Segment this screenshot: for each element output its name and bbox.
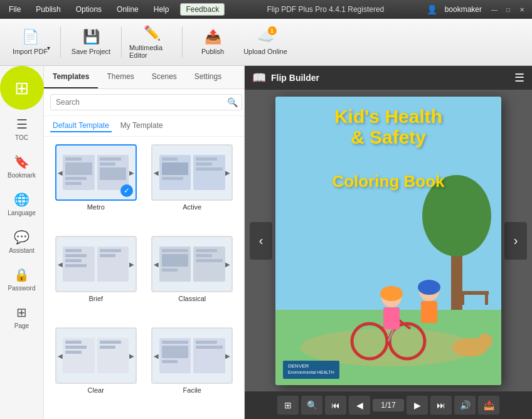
template-mock-active bbox=[157, 152, 228, 193]
template-card-brief[interactable]: ◀ ▶ Brief bbox=[51, 236, 141, 320]
language-label: Language bbox=[8, 210, 36, 216]
toolbar-separator bbox=[60, 26, 61, 58]
multimedia-editor-label: Multimedia Editor bbox=[129, 44, 174, 59]
sidebar-item-password[interactable]: 🔒 Password bbox=[0, 260, 44, 298]
template-name-classical: Classical bbox=[178, 295, 206, 302]
template-name-clear: Clear bbox=[88, 386, 104, 394]
template-mock-metro bbox=[60, 152, 131, 193]
nav-right-icon: ▶ bbox=[129, 169, 134, 176]
tab-settings[interactable]: Settings bbox=[186, 66, 230, 88]
last-page-button[interactable]: ⏭ bbox=[430, 396, 452, 415]
preview-header: 📖 Flip Builder ☰ bbox=[245, 66, 532, 90]
svg-point-11 bbox=[390, 324, 425, 359]
search-input[interactable] bbox=[50, 94, 242, 110]
template-name-active: Active bbox=[183, 203, 201, 211]
template-mock-clear bbox=[60, 336, 131, 376]
sidebar-item-bookmark[interactable]: 🔖 Bookmark bbox=[0, 147, 44, 185]
svg-point-20 bbox=[418, 280, 440, 295]
file-menu[interactable]: File bbox=[5, 4, 24, 15]
audio-button[interactable]: 🔊 bbox=[454, 396, 476, 415]
svg-rect-6 bbox=[461, 295, 464, 305]
svg-point-15 bbox=[381, 287, 402, 307]
feedback-button[interactable]: Feedback bbox=[180, 3, 225, 16]
toc-label: TOC bbox=[15, 134, 28, 141]
template-card-metro[interactable]: ◀ ▶ bbox=[51, 144, 141, 228]
help-menu[interactable]: Help bbox=[150, 4, 173, 15]
save-project-button[interactable]: 💾 Save Project bbox=[66, 22, 116, 63]
sidebar-item-page[interactable]: ⊞ Page bbox=[0, 298, 44, 336]
online-menu[interactable]: Online bbox=[113, 4, 142, 15]
svg-line-13 bbox=[398, 319, 410, 329]
svg-rect-18 bbox=[421, 301, 437, 323]
svg-rect-5 bbox=[457, 291, 489, 295]
tab-themes[interactable]: Themes bbox=[98, 66, 142, 88]
hamburger-menu-button[interactable]: ☰ bbox=[514, 71, 524, 85]
import-pdf-button[interactable]: 📄 Import PDF bbox=[5, 22, 55, 63]
template-card-clear[interactable]: ◀ ▶ Clear bbox=[51, 327, 141, 411]
publish-button[interactable]: 📤 Publish bbox=[188, 22, 238, 63]
grid-view-button[interactable]: ⊞ bbox=[277, 396, 299, 415]
subtab-my-template[interactable]: My Template bbox=[118, 120, 166, 132]
import-pdf-icon: 📄 bbox=[22, 29, 39, 45]
nav-right-icon-5: ▶ bbox=[129, 353, 134, 359]
template-card-classical[interactable]: ◀ ▶ Class bbox=[148, 236, 237, 320]
publish-icon: 📤 bbox=[205, 29, 221, 45]
sidebar-item-toc[interactable]: ☰ TOC bbox=[0, 110, 44, 147]
save-project-icon: 💾 bbox=[83, 29, 100, 45]
options-menu[interactable]: Options bbox=[72, 4, 105, 15]
toolbar: 📄 Import PDF 💾 Save Project ✏️ Multimedi… bbox=[0, 19, 532, 66]
publish-menu[interactable]: Publish bbox=[32, 4, 64, 15]
assistant-label: Assistant bbox=[9, 247, 35, 254]
upload-online-button[interactable]: ☁️ 1 Upload Online bbox=[240, 22, 290, 63]
preview-area: 📖 Flip Builder ☰ ‹ bbox=[245, 66, 532, 419]
zoom-in-button[interactable]: 🔍 bbox=[301, 396, 322, 415]
password-icon: 🔒 bbox=[14, 267, 29, 282]
svg-point-10 bbox=[352, 324, 387, 359]
svg-line-14 bbox=[388, 319, 398, 341]
subtab-default-template[interactable]: Default Template bbox=[50, 120, 112, 132]
first-page-button[interactable]: ⏮ bbox=[325, 396, 346, 415]
svg-rect-16 bbox=[383, 307, 400, 329]
maximize-button[interactable]: □ bbox=[503, 4, 513, 14]
tab-templates[interactable]: Templates bbox=[44, 66, 98, 88]
preview-content: ‹ bbox=[245, 90, 532, 391]
template-mock-classical bbox=[157, 244, 228, 285]
prev-page-button[interactable]: ‹ bbox=[250, 222, 272, 260]
template-name-facile: Facile bbox=[183, 386, 201, 394]
tab-scenes[interactable]: Scenes bbox=[143, 66, 186, 88]
template-name-brief: Brief bbox=[88, 295, 103, 302]
username: bookmaker bbox=[445, 5, 482, 14]
next-page-button[interactable]: › bbox=[504, 222, 527, 260]
cover-subtitle: Coloring Book bbox=[287, 172, 490, 191]
window-controls: — □ ✕ bbox=[489, 4, 527, 14]
multimedia-editor-icon: ✏️ bbox=[144, 25, 161, 41]
cover-footer: DENVEREnvironmental HEALTH bbox=[283, 361, 339, 379]
share-button[interactable]: 📤 bbox=[478, 396, 499, 415]
multimedia-editor-button[interactable]: ✏️ Multimedia Editor bbox=[127, 22, 177, 63]
template-card-active[interactable]: ◀ ▶ Activ bbox=[148, 144, 237, 228]
bookmark-icon: 🔖 bbox=[14, 154, 29, 169]
svg-point-17 bbox=[419, 281, 439, 301]
sidebar-item-language[interactable]: 🌐 Language bbox=[0, 185, 44, 223]
publish-label: Publish bbox=[201, 48, 224, 55]
flip-builder-icon: 📖 bbox=[252, 71, 266, 85]
template-thumb-active: ◀ ▶ bbox=[151, 144, 233, 201]
toolbar-separator-2 bbox=[121, 26, 122, 58]
close-button[interactable]: ✕ bbox=[517, 4, 527, 14]
prev-page-btn-tb[interactable]: ◀ bbox=[349, 396, 370, 415]
nav-right-icon-3: ▶ bbox=[129, 261, 134, 268]
template-thumb-clear: ◀ ▶ bbox=[55, 327, 137, 384]
preview-toolbar: ⊞ 🔍 ⏮ ◀ 1/17 ▶ ⏭ 🔊 📤 bbox=[245, 391, 532, 419]
svg-line-12 bbox=[382, 319, 398, 329]
selected-check: ✓ bbox=[120, 184, 133, 197]
next-page-btn-tb[interactable]: ▶ bbox=[407, 396, 428, 415]
sidebar-item-assistant[interactable]: 💬 Assistant bbox=[0, 223, 44, 260]
design-button[interactable]: ⊞ bbox=[0, 66, 44, 110]
left-sidebar: ⊞ ☰ TOC 🔖 Bookmark 🌐 Language 💬 Assistan… bbox=[0, 66, 44, 419]
template-mock-facile bbox=[157, 336, 228, 376]
template-card-facile[interactable]: ◀ ▶ Facile bbox=[148, 327, 237, 411]
minimize-button[interactable]: — bbox=[489, 4, 499, 14]
svg-point-19 bbox=[380, 286, 403, 301]
svg-rect-3 bbox=[451, 222, 462, 310]
template-thumb-brief: ◀ ▶ bbox=[55, 236, 137, 292]
